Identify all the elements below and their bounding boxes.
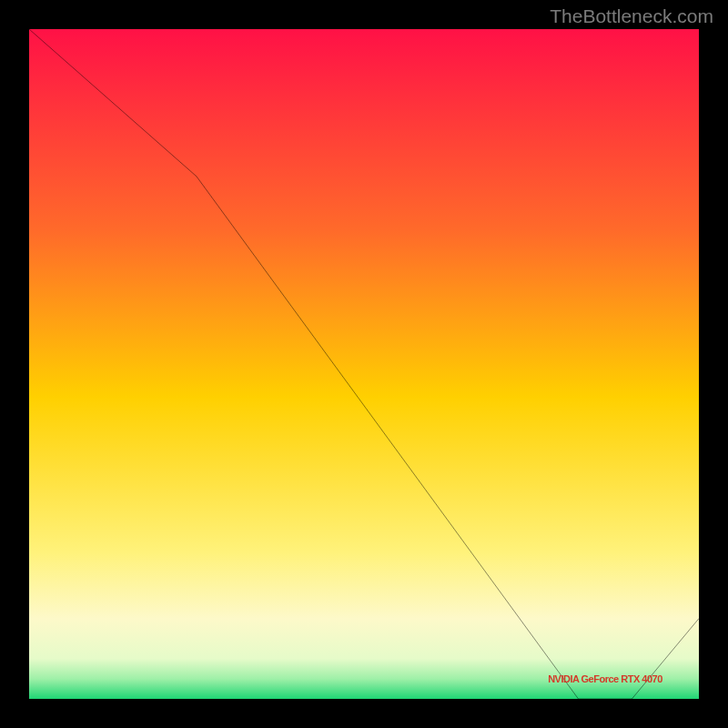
bottleneck-curve: [29, 29, 699, 699]
plot-area: NVIDIA GeForce RTX 4070: [29, 29, 699, 699]
optimal-gpu-label: NVIDIA GeForce RTX 4070: [548, 673, 662, 684]
watermark-label: TheBottleneck.com: [550, 5, 713, 27]
chart-frame: TheBottleneck.com NVIDIA GeForce RTX 407…: [0, 0, 728, 728]
